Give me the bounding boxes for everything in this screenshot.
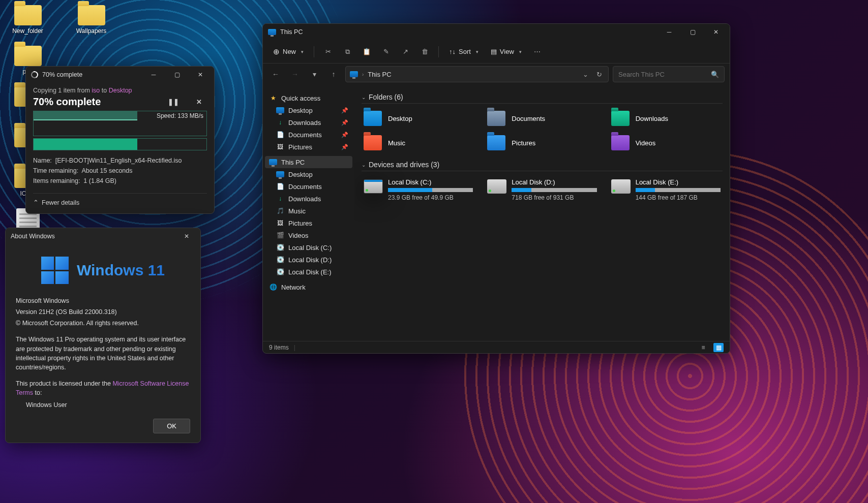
folder-documents[interactable]: Documents <box>485 109 598 128</box>
folder-label: Pictures <box>512 139 535 147</box>
copy-dialog: 70% complete ─ ▢ ✕ Copying 1 item from i… <box>25 66 215 214</box>
sidebar-item-drive-c[interactable]: 💽Local Disk (C:) <box>265 241 352 254</box>
breadcrumb-sep-icon: › <box>362 72 364 77</box>
document-icon: 📄 <box>276 182 284 191</box>
picture-icon: 🖼 <box>276 143 284 151</box>
status-item-count: 9 items <box>269 344 289 351</box>
file-explorer-window: This PC ─ ▢ ✕ ⊕New ✂ ⧉ 📋 ✎ ↗ 🗑 ↑↓Sort ▤V… <box>262 23 730 354</box>
download-icon: ↓ <box>276 118 284 127</box>
drive-label: Local Disk (D:) <box>512 178 596 186</box>
desktop-icon <box>276 107 284 113</box>
up-button[interactable]: ↑ <box>326 67 341 82</box>
about-titlebar[interactable]: About Windows ✕ <box>6 228 200 244</box>
desktop-icon-new-folder[interactable]: New_folder <box>6 5 49 35</box>
about-title: About Windows <box>11 233 55 240</box>
sidebar-item-pictures-pc[interactable]: 🖼Pictures <box>265 217 352 229</box>
copy-button[interactable]: ⧉ <box>339 45 356 59</box>
maximize-button[interactable]: ▢ <box>681 24 704 40</box>
copy-heading: Copying 1 item from iso to Desktop <box>33 87 207 94</box>
minimize-button[interactable]: ─ <box>657 24 681 40</box>
tiles-view-button[interactable]: ▦ <box>713 343 724 352</box>
explorer-sidebar: ★Quick access Desktop📌 ↓Downloads📌 📄Docu… <box>263 85 354 341</box>
folder-label: Music <box>388 139 405 147</box>
progress-icon <box>30 70 39 79</box>
rename-button[interactable]: ✎ <box>377 45 395 58</box>
sidebar-item-videos[interactable]: 🎬Videos <box>265 229 352 241</box>
search-box[interactable]: 🔍 <box>613 66 725 82</box>
sidebar-item-drive-e[interactable]: 💽Local Disk (E:) <box>265 266 352 278</box>
desktop-icon <box>276 171 284 177</box>
sidebar-quick-access[interactable]: ★Quick access <box>265 92 352 104</box>
sidebar-network[interactable]: 🌐Network <box>265 281 352 293</box>
sidebar-item-downloads[interactable]: ↓Downloads📌 <box>265 116 352 129</box>
network-icon: 🌐 <box>269 283 277 291</box>
copy-dest-link[interactable]: Desktop <box>109 87 132 94</box>
maximize-button[interactable]: ▢ <box>165 67 189 83</box>
sidebar-item-downloads-pc[interactable]: ↓Downloads <box>265 193 352 205</box>
folder-pictures[interactable]: Pictures <box>485 133 598 152</box>
folder-desktop[interactable]: Desktop <box>362 109 475 128</box>
sidebar-item-music[interactable]: 🎵Music <box>265 205 352 217</box>
copy-speed-graph: Speed: 133 MB/s <box>33 111 207 136</box>
sidebar-item-documents[interactable]: 📄Documents📌 <box>265 129 352 141</box>
close-button[interactable]: ✕ <box>175 228 198 244</box>
explorer-content: ⌄Folders (6) DesktopDocumentsDownloadsMu… <box>354 85 730 341</box>
copy-source-link[interactable]: iso <box>92 87 100 94</box>
minimize-button[interactable]: ─ <box>142 67 165 83</box>
search-input[interactable] <box>618 71 707 78</box>
sidebar-this-pc[interactable]: This PC <box>265 156 352 168</box>
drive-label: Local Disk (E:) <box>636 178 721 186</box>
drive-item[interactable]: Local Disk (E:)144 GB free of 187 GB <box>609 176 723 203</box>
drive-item[interactable]: Local Disk (C:)23.9 GB free of 49.9 GB <box>362 176 475 203</box>
cut-button[interactable]: ✂ <box>319 45 337 58</box>
drives-header[interactable]: ⌄Devices and drives (3) <box>362 161 723 171</box>
view-button[interactable]: ▤View <box>486 45 527 58</box>
about-legal-line: The Windows 11 Pro operating system and … <box>16 335 190 372</box>
search-icon: 🔍 <box>711 71 719 78</box>
more-button[interactable]: ⋯ <box>529 45 546 58</box>
folder-videos[interactable]: Videos <box>609 133 723 152</box>
details-view-button[interactable]: ≡ <box>698 343 708 352</box>
address-dropdown-button[interactable]: ⌄ <box>581 71 590 78</box>
folders-header[interactable]: ⌄Folders (6) <box>362 93 723 104</box>
close-button[interactable]: ✕ <box>704 24 728 40</box>
about-licensee: Windows User <box>16 400 190 410</box>
paste-button[interactable]: 📋 <box>358 45 375 58</box>
refresh-button[interactable]: ↻ <box>594 71 604 78</box>
share-button[interactable]: ↗ <box>397 45 414 58</box>
recent-button[interactable]: ▾ <box>307 67 322 82</box>
drive-item[interactable]: Local Disk (D:)718 GB free of 931 GB <box>485 176 598 203</box>
ok-button[interactable]: OK <box>153 419 190 433</box>
new-button[interactable]: ⊕New <box>268 44 309 59</box>
this-pc-icon <box>268 29 276 35</box>
address-bar[interactable]: › This PC ⌄ ↻ <box>345 66 609 82</box>
drive-usage-bar <box>636 188 721 192</box>
desktop-icon-wallpapers[interactable]: Wallpapers <box>70 5 113 35</box>
folder-downloads[interactable]: Downloads <box>609 109 723 128</box>
copy-percent: 70% complete <box>33 96 101 108</box>
drive-usage-bar <box>512 188 596 192</box>
sidebar-item-drive-d[interactable]: 💽Local Disk (D:) <box>265 254 352 266</box>
back-button[interactable]: ← <box>268 67 283 82</box>
explorer-titlebar[interactable]: This PC ─ ▢ ✕ <box>263 24 730 40</box>
breadcrumb[interactable]: This PC <box>368 71 391 78</box>
star-icon: ★ <box>269 94 277 102</box>
sidebar-item-desktop-pc[interactable]: Desktop <box>265 168 352 180</box>
forward-button[interactable]: → <box>287 67 303 82</box>
copy-titlebar[interactable]: 70% complete ─ ▢ ✕ <box>26 67 214 83</box>
delete-button[interactable]: 🗑 <box>416 45 433 58</box>
copy-progress-bar <box>33 138 207 150</box>
cancel-button[interactable]: ✕ <box>191 96 207 108</box>
fewer-details-button[interactable]: ⌃Fewer details <box>33 193 207 206</box>
close-button[interactable]: ✕ <box>189 67 212 83</box>
drive-icon <box>364 179 383 194</box>
music-icon: 🎵 <box>276 207 284 215</box>
explorer-statusbar: 9 items | ≡ ▦ <box>263 341 730 353</box>
sidebar-item-documents-pc[interactable]: 📄Documents <box>265 180 352 193</box>
pin-icon: 📌 <box>341 144 348 150</box>
sidebar-item-pictures[interactable]: 🖼Pictures📌 <box>265 141 352 153</box>
sort-button[interactable]: ↑↓Sort <box>444 45 484 58</box>
folder-music[interactable]: Music <box>362 133 475 152</box>
pause-button[interactable]: ❚❚ <box>163 96 184 108</box>
sidebar-item-desktop[interactable]: Desktop📌 <box>265 104 352 116</box>
